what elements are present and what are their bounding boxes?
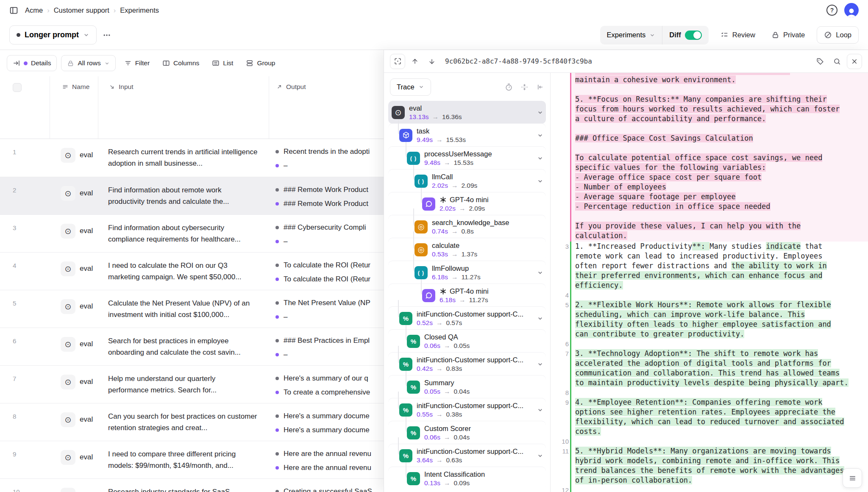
span-duration-compare: 15.53s xyxy=(446,136,466,144)
diff-removed-line: ### Office Space Cost Savings Calculatio… xyxy=(575,133,865,143)
next-row-button[interactable] xyxy=(425,54,439,69)
rows-filter-button[interactable]: All rows xyxy=(61,55,115,71)
column-header-output[interactable]: Output xyxy=(269,76,384,139)
span-duration-current: 0.74s xyxy=(432,228,448,235)
span-duration-current: 0.13s xyxy=(424,479,440,487)
column-header-input[interactable]: Input xyxy=(98,76,269,139)
arrow-right-icon: → xyxy=(451,273,458,281)
diff-added-paragraph: 115. **Hybrid Models**: Many organizatio… xyxy=(575,446,855,485)
added-text: can contribute to greater productivity. xyxy=(575,330,744,338)
trace-span-row[interactable]: GPT-4o mini6.18s→11.27s xyxy=(388,284,546,307)
span-durations: 0.13s→0.09s xyxy=(424,479,543,487)
trace-span-row[interactable]: %Summary0.05s→0.04s xyxy=(388,375,546,398)
span-name: Closed QA xyxy=(424,333,543,341)
user-icon xyxy=(846,7,857,17)
span-name: Custom Scorer xyxy=(424,425,543,433)
table-row[interactable]: 2⊙evalFind information about remote work… xyxy=(0,177,384,214)
select-all-checkbox[interactable] xyxy=(13,83,22,92)
group-button[interactable]: Group xyxy=(242,56,279,71)
view-switcher[interactable]: Experiments xyxy=(600,26,662,44)
row-output-cell: ### Remote Work Product### Remote Work P… xyxy=(269,177,384,214)
row-name: eval xyxy=(80,453,93,461)
table-row[interactable]: 7⊙evalHelp me understand our quarterly p… xyxy=(0,365,384,403)
help-icon[interactable]: ? xyxy=(826,5,837,16)
added-text: communication and collaboration. This tr… xyxy=(575,369,840,377)
close-panel-button[interactable] xyxy=(847,54,862,69)
arrow-right-icon: → xyxy=(451,228,458,235)
chevron-down-icon xyxy=(83,32,89,38)
span-name: initFunction-Customer support-C... xyxy=(417,448,533,456)
trace-span-row[interactable]: ( )llmCall2.02s→2.09s xyxy=(388,170,546,192)
table-row[interactable]: 6⊙evalSearch for best practices in emplo… xyxy=(0,328,384,365)
trace-span-row[interactable]: %Custom Scorer0.06s→0.04s xyxy=(388,421,546,444)
review-button[interactable]: Review xyxy=(716,27,760,43)
span-duration-current: 0.52s xyxy=(417,319,433,327)
trace-span-row[interactable]: ⊙eval13.13s→16.36s xyxy=(388,101,546,124)
details-button[interactable]: Details xyxy=(7,55,57,71)
added-text: trend balances the benefits of remote wo… xyxy=(575,466,844,475)
chevron-down-icon xyxy=(537,407,543,413)
sidebar-toggle-icon[interactable] xyxy=(9,6,18,15)
breadcrumb-org[interactable]: Acme xyxy=(25,6,43,14)
row-input-cell: Find information about cybersecurity com… xyxy=(98,215,269,246)
row-name-cell: ⊙eval xyxy=(50,177,98,203)
trace-span-row[interactable]: ( )llmFollowup6.18s→11.27s xyxy=(388,261,546,284)
trace-span-row[interactable]: GPT-4o mini2.02s→2.09s xyxy=(388,192,546,215)
avatar[interactable] xyxy=(844,3,859,17)
trace-span-row[interactable]: %initFunction-Customer support-C...0.52s… xyxy=(388,307,546,330)
breadcrumb-project[interactable]: Customer support xyxy=(54,6,109,14)
diff-added-paragraph: 10 xyxy=(575,436,855,446)
arrow-up-icon xyxy=(411,58,419,65)
diff-view-menu-button[interactable] xyxy=(843,468,862,488)
trace-span-row[interactable]: %initFunction-Customer support-C...0.55s… xyxy=(388,398,546,421)
table-row[interactable]: 10⊙evalResearch industry standards for S… xyxy=(0,478,384,492)
more-options-button[interactable] xyxy=(103,31,111,39)
output-dot xyxy=(275,339,279,342)
tag-button[interactable] xyxy=(813,54,827,69)
table-row[interactable]: 8⊙evalCan you search for best practices … xyxy=(0,403,384,441)
table-row[interactable]: 5⊙evalCalculate the Net Present Value (N… xyxy=(0,290,384,328)
experiment-switcher[interactable]: Longer prompt xyxy=(9,25,97,44)
list-button[interactable]: List xyxy=(208,56,237,71)
table-row[interactable]: 1⊙evalResearch current trends in artific… xyxy=(0,139,384,177)
tool-span-icon: ◎ xyxy=(415,220,428,233)
breadcrumb-section[interactable]: Experiments xyxy=(120,6,159,14)
trace-span-row[interactable]: ( )processUserMessage9.48s→15.53s xyxy=(388,147,546,170)
diff-line-number: 4 xyxy=(554,290,569,300)
eval-icon: ⊙ xyxy=(61,412,75,427)
timer-icon[interactable] xyxy=(505,83,513,91)
search-button[interactable] xyxy=(830,54,844,69)
collapse-to-start-icon[interactable] xyxy=(536,83,544,91)
trace-span-row[interactable]: %initFunction-Customer support-C...3.64s… xyxy=(388,444,546,467)
span-meta: eval13.13s→16.36s xyxy=(409,104,533,121)
filter-button[interactable]: Filter xyxy=(120,56,154,71)
loop-button[interactable]: Loop xyxy=(817,26,859,44)
row-output-cell: To calculate the ROI (ReturTo calculate … xyxy=(269,253,384,290)
previous-row-button[interactable] xyxy=(408,54,422,69)
trace-span-row[interactable]: %Closed QA0.06s→0.05s xyxy=(388,330,546,353)
trace-view-switcher[interactable]: Trace xyxy=(390,78,431,96)
view-switcher-label: Experiments xyxy=(607,31,646,39)
expand-trace-button[interactable] xyxy=(390,54,405,69)
columns-button[interactable]: Columns xyxy=(158,56,203,71)
arrow-right-icon: → xyxy=(436,365,443,372)
span-durations: 3.64s→0.63s xyxy=(417,456,533,464)
added-text: hybrid work models, combining remote and… xyxy=(575,456,840,465)
collapse-vertical-icon[interactable] xyxy=(520,83,529,91)
score-span-icon: % xyxy=(407,381,420,394)
column-header-name[interactable]: Name xyxy=(50,76,98,139)
table-row[interactable]: 4⊙evalI need to calculate the ROI on our… xyxy=(0,252,384,290)
trace-span-row[interactable]: ◎calculate0.53s→1.37s xyxy=(388,238,546,261)
table-row[interactable]: 9⊙evalI need to compare three different … xyxy=(0,441,384,478)
diff-line-number: 11 xyxy=(554,446,569,456)
private-button[interactable]: Private xyxy=(767,27,809,43)
breadcrumb-separator: › xyxy=(47,6,50,14)
trace-span-row[interactable]: task9.49s→15.53s xyxy=(388,124,546,147)
trace-span-row[interactable]: %Intent Classification0.13s→0.09s xyxy=(388,467,546,490)
output-text: – xyxy=(284,350,287,359)
diff-toggle[interactable] xyxy=(685,31,702,40)
trace-span-row[interactable]: ◎search_knowledge_base0.74s→0.8s xyxy=(388,215,546,238)
arrow-right-icon: → xyxy=(451,250,458,258)
table-row[interactable]: 3⊙evalFind information about cybersecuri… xyxy=(0,214,384,252)
trace-span-row[interactable]: %initFunction-Customer support-C...0.42s… xyxy=(388,353,546,375)
